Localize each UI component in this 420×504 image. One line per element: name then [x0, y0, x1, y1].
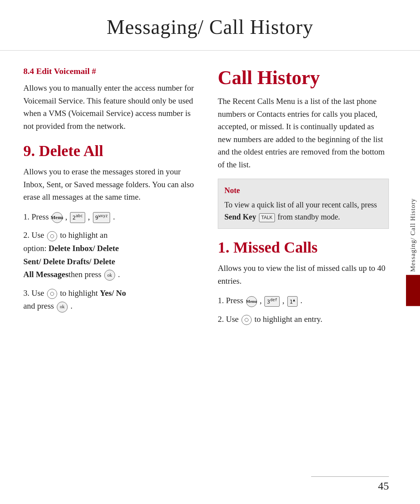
- nav-circle-step2: [47, 231, 57, 241]
- section-9-body: Allows you to erase the messages stored …: [23, 165, 194, 204]
- missed-step-2-content: 2. Use to highlight an entry.: [218, 313, 389, 326]
- step-3-content: 3. Use to highlight Yes/ Noand press ok …: [23, 287, 194, 313]
- note-body: To view a quick list of all your recent …: [224, 200, 377, 221]
- key-9wxyz: 9wxyz: [93, 212, 110, 223]
- step-1-comma1: ,: [65, 212, 70, 221]
- menu-key-1: Menu: [52, 212, 63, 223]
- step-3-text: 3. Use: [23, 288, 46, 298]
- left-column: 8.4 Edit Voicemail # Allows you to manua…: [23, 66, 194, 488]
- step-2: 2. Use to highlight anoption: Delete Inb…: [23, 229, 194, 281]
- step-2-period: .: [118, 270, 120, 279]
- note-body-suffix: from standby mode.: [278, 212, 340, 221]
- missed-step-1-text: 1. Press: [218, 296, 245, 305]
- missed-step-2-text: 2. Use: [218, 314, 241, 324]
- side-tab: Messaging/ Call History: [406, 198, 420, 306]
- note-label: Note: [224, 184, 382, 197]
- key-2abc: 2abc: [70, 212, 85, 223]
- nav-circle-step3: [47, 289, 57, 299]
- menu-key-missed: Menu: [246, 296, 257, 307]
- step-1: 1. Press Menu , 2abc , 9wxyz .: [23, 211, 194, 224]
- page-number: 45: [378, 480, 389, 492]
- main-content: 8.4 Edit Voicemail # Allows you to manua…: [0, 51, 420, 504]
- missed-step-1-period: .: [300, 296, 302, 305]
- section-9-heading: 9. Delete All: [23, 142, 194, 160]
- step-2-text: 2. Use: [23, 230, 46, 240]
- missed-calls-heading: 1. Missed Calls: [218, 238, 389, 256]
- subtitle-84-body: Allows you to manually enter the access …: [23, 82, 194, 132]
- talk-btn: TALK: [259, 213, 275, 222]
- step-1-comma2: ,: [88, 212, 92, 221]
- page-title: Messaging/ Call History: [23, 16, 397, 39]
- nav-circle-missed: [242, 315, 252, 325]
- missed-calls-body: Allows you to view the list of missed ca…: [218, 262, 389, 287]
- call-history-title: Call History: [218, 66, 389, 89]
- step-3-period: .: [70, 301, 72, 311]
- key-1: 1▲: [287, 296, 298, 307]
- missed-step-2: 2. Use to highlight an entry.: [218, 313, 389, 326]
- side-tab-bar: [406, 275, 420, 306]
- ok-btn-step3: ok: [57, 302, 68, 313]
- missed-comma2: ,: [282, 296, 287, 305]
- key-3def: 3def: [264, 296, 280, 307]
- note-box: Note To view a quick list of all your re…: [218, 179, 389, 229]
- call-history-body: The Recent Calls Menu is a list of the l…: [218, 95, 389, 171]
- subtitle-84: 8.4 Edit Voicemail #: [23, 66, 194, 76]
- page-header: Messaging/ Call History: [0, 0, 420, 51]
- missed-step-2-suffix: to highlight an entry.: [254, 314, 322, 324]
- right-column: Call History The Recent Calls Menu is a …: [218, 66, 389, 488]
- step-1-text: 1. Press: [23, 212, 51, 221]
- bottom-divider: [311, 476, 389, 477]
- step-1-period: .: [113, 212, 115, 221]
- ok-btn-step2: ok: [104, 270, 115, 281]
- missed-step-1-content: 1. Press Menu , 3def , 1▲ .: [218, 294, 389, 307]
- missed-comma1: ,: [260, 296, 264, 305]
- side-tab-text: Messaging/ Call History: [409, 198, 417, 272]
- note-send-key: Send Key: [224, 212, 256, 221]
- step-1-content: 1. Press Menu , 2abc , 9wxyz .: [23, 211, 194, 224]
- step-2-content: 2. Use to highlight anoption: Delete Inb…: [23, 229, 194, 281]
- note-body-prefix: To view a quick list of all your recent …: [224, 200, 377, 209]
- missed-step-1: 1. Press Menu , 3def , 1▲ .: [218, 294, 389, 307]
- step-3: 3. Use to highlight Yes/ Noand press ok …: [23, 287, 194, 313]
